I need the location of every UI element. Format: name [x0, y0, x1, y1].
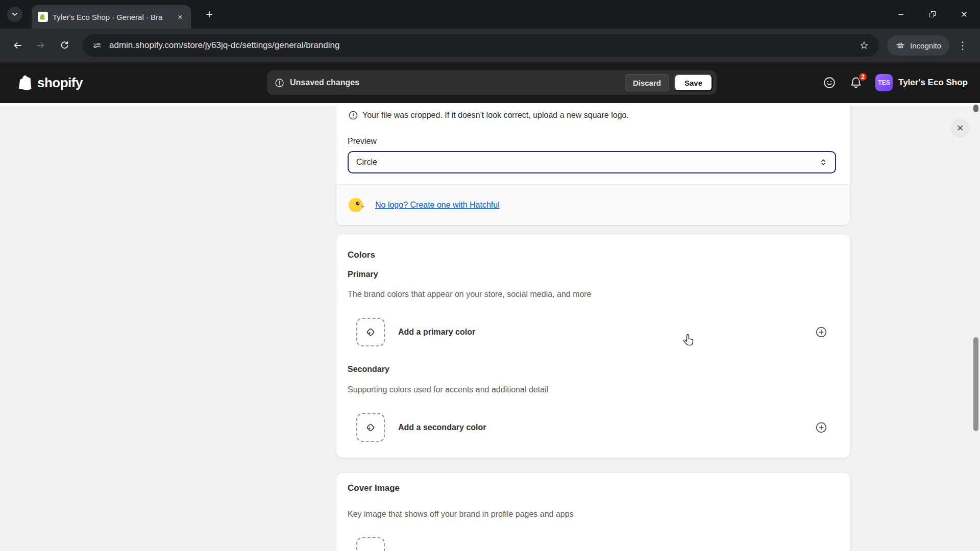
assistant-icon[interactable] [822, 76, 837, 90]
url-text: admin.shopify.com/store/jy63jq-dc/settin… [109, 40, 851, 51]
store-name-label: Tyler's Eco Shop [898, 78, 968, 88]
restore-icon [928, 10, 937, 18]
hand-cursor [681, 333, 696, 348]
forward-button[interactable] [31, 35, 51, 56]
close-button[interactable]: ✕ [948, 0, 980, 29]
hatchful-icon [347, 196, 365, 214]
discard-button[interactable]: Discard [625, 74, 669, 91]
page-close-button[interactable]: ✕ [951, 119, 969, 137]
add-secondary-color-button[interactable] [814, 420, 828, 435]
color-swatch-icon [364, 421, 377, 434]
tab-search-button[interactable] [7, 7, 22, 22]
minimize-button[interactable]: – [885, 0, 917, 29]
notifications-button[interactable]: 2 [849, 76, 863, 90]
add-primary-color-label: Add a primary color [398, 328, 475, 337]
unsaved-changes-bar: Unsaved changes Discard Save [267, 70, 717, 95]
save-button[interactable]: Save [674, 74, 713, 91]
forward-arrow-icon [35, 40, 46, 51]
preview-select[interactable]: Circle [348, 151, 836, 173]
add-primary-color-button[interactable] [814, 325, 828, 339]
cover-image-card: Cover Image Key image that shows off you… [336, 473, 850, 551]
reload-button[interactable] [54, 35, 75, 56]
shopify-bag-icon [18, 74, 34, 91]
shopify-topbar: shopify Unsaved changes Discard Save 2 T… [0, 62, 980, 103]
screen: Tyler's Eco Shop · General · Bra × + – ✕… [0, 0, 980, 551]
browser-menu-button[interactable]: ⋮ [952, 35, 973, 56]
color-swatch-icon [364, 325, 377, 339]
browser-navbar: admin.shopify.com/store/jy63jq-dc/settin… [0, 29, 980, 62]
preview-label: Preview [348, 137, 377, 146]
site-info-icon [92, 40, 102, 51]
add-secondary-color-label: Add a secondary color [398, 423, 486, 432]
incognito-label: Incognito [910, 41, 941, 50]
crop-info-banner: Your file was cropped. If it doesn't loo… [348, 110, 629, 121]
tab-close-button[interactable]: × [176, 12, 185, 22]
plus-circle-icon [815, 325, 828, 339]
tab-title: Tyler's Eco Shop · General · Bra [53, 13, 171, 21]
window-controls: – ✕ [885, 0, 980, 29]
notification-count-badge: 2 [858, 72, 868, 82]
unsaved-changes-label: Unsaved changes [290, 78, 359, 87]
hatchful-link[interactable]: No logo? Create one with Hatchful [375, 201, 500, 210]
reload-icon [59, 40, 70, 51]
maximize-button[interactable] [917, 0, 948, 29]
incognito-icon [895, 40, 905, 51]
select-caret-icon [819, 158, 827, 166]
crop-info-message: Your file was cropped. If it doesn't loo… [362, 111, 629, 120]
cover-image-dropzone[interactable] [356, 537, 385, 551]
colors-title: Colors [348, 250, 375, 260]
account-menu[interactable]: TES Tyler's Eco Shop [875, 74, 968, 91]
shopify-logo[interactable]: shopify [18, 62, 83, 103]
add-primary-color-row: Add a primary color [356, 317, 828, 347]
chevron-down-icon [11, 10, 19, 18]
primary-color-dropzone[interactable] [356, 318, 385, 346]
plus-circle-icon [815, 421, 828, 434]
scrollbar-top-segment[interactable] [973, 105, 978, 112]
info-icon [274, 78, 285, 88]
secondary-label: Secondary [348, 365, 389, 374]
cover-image-description: Key image that shows off your brand in p… [348, 510, 574, 519]
back-arrow-icon [12, 40, 23, 51]
hatchful-section: No logo? Create one with Hatchful [336, 184, 850, 225]
bookmark-star-icon[interactable] [859, 40, 870, 51]
browser-tabstrip: Tyler's Eco Shop · General · Bra × + – ✕ [0, 0, 980, 29]
topbar-right: 2 TES Tyler's Eco Shop [822, 62, 968, 103]
shopify-logo-text: shopify [37, 75, 83, 91]
store-avatar: TES [875, 74, 893, 91]
branding-settings-page: Your file was cropped. If it doesn't loo… [0, 103, 980, 551]
logo-card: Your file was cropped. If it doesn't loo… [336, 103, 850, 225]
incognito-badge[interactable]: Incognito [887, 35, 949, 56]
cover-image-title: Cover Image [348, 483, 400, 493]
colors-card: Colors Primary The brand colors that app… [336, 234, 850, 458]
secondary-color-dropzone[interactable] [356, 413, 385, 442]
info-icon [348, 110, 359, 121]
scrollbar-thumb[interactable] [973, 337, 978, 431]
back-button[interactable] [7, 35, 28, 56]
secondary-description: Supporting colors used for accents and a… [348, 385, 548, 394]
shopify-favicon-icon [38, 12, 48, 22]
add-secondary-color-row: Add a secondary color [356, 412, 828, 442]
preview-select-value: Circle [356, 158, 377, 167]
primary-label: Primary [348, 270, 378, 279]
new-tab-button[interactable]: + [202, 7, 216, 21]
unsaved-actions: Discard Save [625, 74, 713, 91]
browser-tab[interactable]: Tyler's Eco Shop · General · Bra × [32, 5, 191, 29]
primary-description: The brand colors that appear on your sto… [348, 290, 592, 299]
url-bar[interactable]: admin.shopify.com/store/jy63jq-dc/settin… [83, 34, 879, 57]
